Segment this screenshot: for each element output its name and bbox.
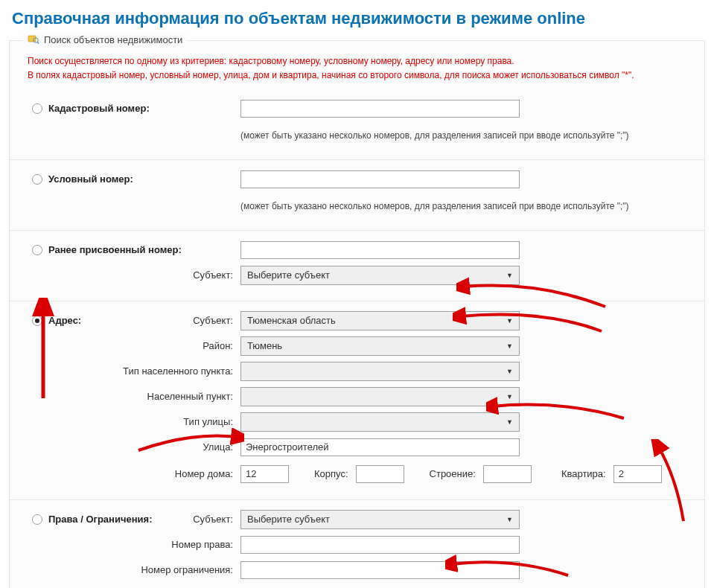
rights-subject-value: Выберите субъект xyxy=(247,514,330,525)
address-street-input[interactable] xyxy=(240,438,520,456)
section-address: Адрес: Субъект: Тюменская область Район:… xyxy=(10,301,704,500)
address-house-input[interactable] xyxy=(240,465,289,483)
radio-rights[interactable] xyxy=(32,514,42,525)
address-district-label: Район: xyxy=(203,340,233,351)
panel-legend-text: Поиск объектов недвижимости xyxy=(44,34,182,45)
address-street-type-label: Тип улицы: xyxy=(183,416,233,427)
search-icon xyxy=(28,33,39,45)
rights-right-number-input[interactable] xyxy=(240,536,520,554)
address-settlement-select[interactable] xyxy=(240,387,520,406)
conditional-label: Условный номер: xyxy=(48,173,133,185)
address-district-select[interactable]: Тюмень xyxy=(240,336,520,356)
address-corpus-label: Корпус: xyxy=(314,468,348,479)
address-apartment-label: Квартира: xyxy=(561,468,606,479)
rights-right-number-label: Номер права: xyxy=(171,539,233,550)
cadastral-label: Кадастровый номер: xyxy=(48,103,150,114)
section-rights: Права / Ограничения: Субъект: Выберите с… xyxy=(10,500,704,588)
radio-conditional[interactable] xyxy=(32,174,42,185)
address-house-label: Номер дома: xyxy=(175,468,233,479)
rights-label: Права / Ограничения: xyxy=(48,514,152,525)
address-district-value: Тюмень xyxy=(247,340,282,351)
previous-subject-value: Выберите субъект xyxy=(247,269,330,281)
previous-subject-label: Субъект: xyxy=(193,269,233,281)
address-label: Адрес: xyxy=(48,315,81,326)
section-cadastral: Кадастровый номер: (может быть указано н… xyxy=(10,89,704,160)
address-settlement-type-label: Тип населенного пункта: xyxy=(123,365,233,377)
address-corpus-input[interactable] xyxy=(356,465,404,483)
hint-line-2: В полях кадастровый номер, условный номе… xyxy=(28,69,686,82)
panel-legend: Поиск объектов недвижимости xyxy=(23,33,187,45)
address-street-label: Улица: xyxy=(203,441,233,453)
section-conditional: Условный номер: (может быть указано неск… xyxy=(10,160,704,231)
rights-subject-select[interactable]: Выберите субъект xyxy=(240,510,520,529)
previous-subject-select[interactable]: Выберите субъект xyxy=(240,266,520,285)
rights-limit-number-label: Номер ограничения: xyxy=(141,564,233,575)
radio-cadastral[interactable] xyxy=(32,103,42,114)
cadastral-input[interactable] xyxy=(240,100,520,118)
address-settlement-label: Населенный пункт: xyxy=(147,391,233,402)
rights-limit-number-input[interactable] xyxy=(240,561,520,579)
page-title: Справочная информация по объектам недвиж… xyxy=(0,0,714,33)
cadastral-sublabel: (может быть указано несколько номеров, д… xyxy=(240,130,686,141)
address-street-type-select[interactable] xyxy=(240,412,520,432)
address-subject-value: Тюменская область xyxy=(247,315,336,326)
search-panel: Поиск объектов недвижимости Поиск осущес… xyxy=(9,40,705,588)
conditional-input[interactable] xyxy=(240,170,520,188)
address-subject-select[interactable]: Тюменская область xyxy=(240,311,520,330)
svg-line-2 xyxy=(37,42,39,43)
radio-address[interactable] xyxy=(32,316,42,326)
hint-line-1: Поиск осуществляется по одному из критер… xyxy=(28,55,686,68)
conditional-sublabel: (может быть указано несколько номеров, д… xyxy=(240,201,686,211)
svg-rect-0 xyxy=(28,36,36,42)
address-building-input[interactable] xyxy=(483,465,532,483)
address-settlement-type-select[interactable] xyxy=(240,362,520,381)
previous-label: Ранее присвоенный номер: xyxy=(48,244,182,255)
address-building-label: Строение: xyxy=(430,468,476,479)
address-subject-label: Субъект: xyxy=(193,315,233,326)
section-previous: Ранее присвоенный номер: Субъект: Выбери… xyxy=(10,231,704,301)
radio-previous[interactable] xyxy=(32,245,42,255)
rights-subject-label: Субъект: xyxy=(193,514,233,525)
address-apartment-input[interactable] xyxy=(613,465,662,483)
previous-input[interactable] xyxy=(240,241,520,259)
